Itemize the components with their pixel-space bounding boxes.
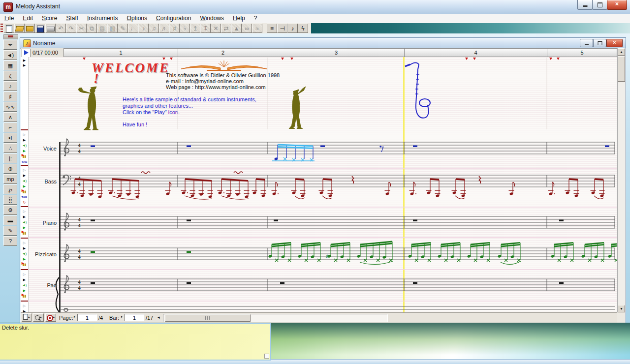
- menu-file[interactable]: File: [0, 14, 18, 23]
- stem-down-button[interactable]: ↧: [200, 24, 211, 33]
- pizzicato-speaker-icon[interactable]: ◄): [21, 251, 28, 256]
- score-area[interactable]: WELCOME ! This software is © Didier & Ol…: [21, 57, 617, 312]
- stem-up-button[interactable]: ↥: [190, 24, 200, 33]
- menu-help[interactable]: Help: [228, 14, 250, 23]
- menu-windows[interactable]: Windows: [195, 14, 228, 23]
- voice-speaker-icon[interactable]: ◄): [21, 143, 28, 148]
- bar-marker-icon[interactable]: [473, 58, 476, 60]
- bar-marker-icon[interactable]: [549, 58, 552, 60]
- piano-play-solid-icon[interactable]: ▶: [21, 214, 28, 219]
- accidental-tool[interactable]: ♯: [3, 91, 17, 101]
- menu-score[interactable]: Score: [37, 14, 62, 23]
- bracket-tool[interactable]: ⌐: [3, 122, 17, 132]
- ruler-measure-2[interactable]: 2: [178, 48, 268, 57]
- grace-note-button[interactable]: ♪: [287, 24, 298, 33]
- cut-button[interactable]: ✂: [76, 24, 87, 33]
- bar-marker-icon[interactable]: [465, 58, 468, 60]
- break-beam-button[interactable]: ϟ: [298, 24, 308, 33]
- pad-play-outline-icon[interactable]: ▷: [21, 272, 28, 277]
- bass-play-outline-icon[interactable]: ▷: [21, 168, 28, 173]
- document-title-bar[interactable]: ♪ Noname ×: [20, 38, 626, 49]
- beam-notes-button[interactable]: ♬: [159, 24, 169, 33]
- doc-maximize-button[interactable]: [593, 39, 606, 47]
- slur-tool[interactable]: ∧: [3, 112, 17, 122]
- delete-note-button[interactable]: ✕: [211, 24, 221, 33]
- page-mode-button[interactable]: ▸: [22, 313, 32, 322]
- edit-note-button[interactable]: ♩: [128, 24, 138, 33]
- vertical-scrollbar-thumb[interactable]: [618, 56, 625, 82]
- voice-play-solid-icon[interactable]: ▶: [21, 138, 28, 143]
- bar-marker-icon[interactable]: [290, 58, 293, 60]
- doc-close-button[interactable]: ×: [606, 39, 623, 47]
- toolbar-grip[interactable]: [0, 24, 3, 33]
- pad-play-solid-icon[interactable]: ▶: [21, 277, 28, 282]
- play-button[interactable]: [22, 49, 31, 58]
- grace-notes-tool[interactable]: ∴: [3, 143, 17, 153]
- column-top-marker-icon[interactable]: ▶: [21, 58, 28, 63]
- column-top-marker-icon[interactable]: ▶: [21, 63, 28, 68]
- doc-minimize-button[interactable]: [580, 39, 593, 47]
- sharp-button[interactable]: ♯: [169, 24, 180, 33]
- extra-play-outline-icon[interactable]: ▷: [21, 303, 28, 308]
- bar-marker-icon[interactable]: [83, 58, 86, 60]
- record-button[interactable]: ▸: [45, 313, 56, 322]
- erase-button[interactable]: ✎: [118, 24, 128, 33]
- menu-options[interactable]: Options: [123, 14, 152, 23]
- close-button[interactable]: ×: [607, 0, 627, 10]
- bar-input[interactable]: [125, 314, 144, 321]
- menu-edit[interactable]: Edit: [18, 14, 37, 23]
- pizzicato-play-outline-icon[interactable]: ▷: [21, 241, 28, 245]
- title-bar[interactable]: m Melody Assistant ×: [0, 0, 630, 14]
- bar-marker-icon[interactable]: [281, 58, 284, 60]
- close-file-button[interactable]: [25, 24, 35, 33]
- coda-tool[interactable]: ⊕: [3, 164, 17, 174]
- palette-close-icon[interactable]: [8, 35, 13, 37]
- menu-?[interactable]: ?: [250, 14, 262, 23]
- page-spinner-icon[interactable]: ▸: [74, 315, 76, 319]
- tremolo-button[interactable]: ≈: [252, 24, 262, 33]
- new-file-button[interactable]: [4, 24, 14, 33]
- mixer-tool[interactable]: ⣿: [3, 195, 17, 205]
- minimize-button[interactable]: [577, 0, 593, 10]
- keyboard-tool[interactable]: ▦: [3, 61, 17, 70]
- lyrics-button[interactable]: ≡: [267, 24, 277, 33]
- pedal-tool[interactable]: ℘: [3, 184, 17, 194]
- pad-speaker-icon[interactable]: ◄): [21, 283, 28, 288]
- resize-grip[interactable]: [264, 354, 269, 359]
- bar-spinner-icon[interactable]: ▸: [121, 315, 123, 319]
- edit-tool[interactable]: ✒: [3, 40, 17, 50]
- bass-tab-button[interactable]: TAB: [21, 195, 28, 200]
- redo-button[interactable]: ↷: [66, 24, 76, 33]
- bar-tool[interactable]: ▬: [3, 215, 17, 225]
- maximize-button[interactable]: [592, 0, 607, 10]
- scroll-up-button[interactable]: ▲: [618, 48, 625, 56]
- flat-button[interactable]: ♭: [180, 24, 190, 33]
- copy-button[interactable]: ⧉: [87, 24, 97, 33]
- print-button[interactable]: [45, 24, 56, 33]
- save-file-button[interactable]: [35, 24, 45, 33]
- view-button[interactable]: ∞: [242, 24, 252, 33]
- extra-play-solid-icon[interactable]: ▶: [21, 309, 28, 312]
- open-file-button[interactable]: [14, 24, 25, 33]
- horizontal-scrollbar-thumb[interactable]: [165, 314, 251, 322]
- swap-voices-button[interactable]: ⇄: [221, 24, 231, 33]
- zoom-button[interactable]: ▸: [33, 313, 44, 322]
- align-bars-button[interactable]: ⊣: [277, 24, 287, 33]
- paste-button[interactable]: ▤: [97, 24, 107, 33]
- horizontal-scrollbar[interactable]: [163, 314, 388, 322]
- bar-marker-icon[interactable]: [557, 58, 560, 60]
- marker-tool[interactable]: ▪I: [3, 133, 17, 143]
- menu-instruments[interactable]: Instruments: [83, 14, 123, 23]
- bass-loop-icon[interactable]: ↻: [21, 200, 28, 205]
- listen-tool[interactable]: ◄): [3, 50, 17, 60]
- ruler-measure-4[interactable]: 4: [405, 48, 547, 57]
- measure-ruler[interactable]: ▶1 12345: [63, 48, 617, 57]
- bar-marker-icon[interactable]: [170, 58, 173, 60]
- quill-tool[interactable]: ✎: [3, 226, 17, 236]
- piano-speaker-icon[interactable]: ◄): [21, 220, 28, 225]
- note-tool[interactable]: ♪: [3, 81, 17, 91]
- bass-play-solid-icon[interactable]: ▶: [21, 173, 28, 178]
- voice-play-outline-icon[interactable]: ▷: [21, 132, 28, 137]
- ornament-button[interactable]: ♫: [149, 24, 159, 33]
- repeat-tool[interactable]: |:: [3, 153, 17, 163]
